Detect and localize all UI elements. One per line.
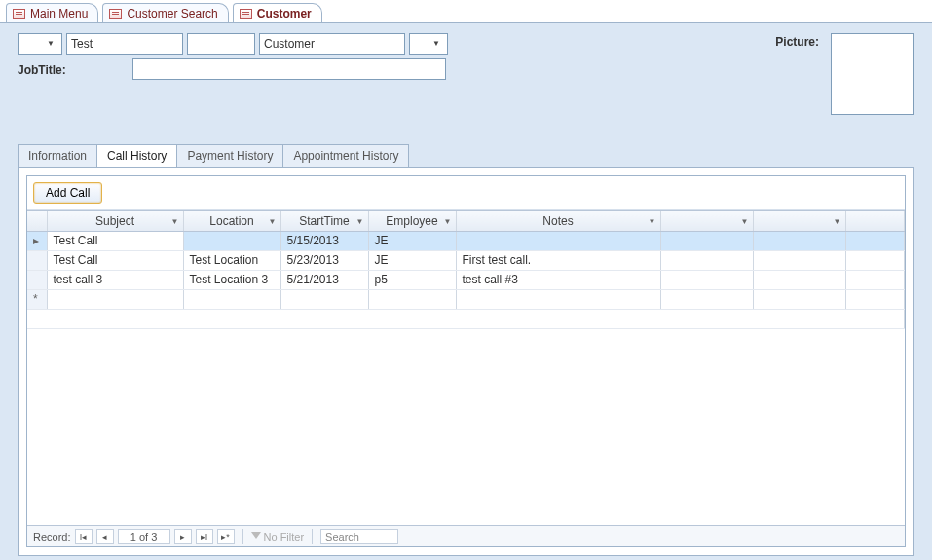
suffix-combo[interactable]: ▼ — [409, 33, 448, 55]
cell-subject[interactable]: Test Call — [47, 250, 183, 270]
select-all-corner[interactable] — [27, 211, 47, 231]
cell-starttime[interactable]: 5/21/2013 — [280, 270, 368, 289]
first-name-value: Test — [71, 37, 93, 51]
cell-location[interactable] — [183, 231, 280, 250]
record-navigator: Record: I◂ ◂ 1 of 3 ▸ ▸I ▸* No Filter Se… — [27, 525, 905, 546]
cell-subject[interactable]: test call 3 — [47, 270, 183, 289]
row-selector[interactable] — [27, 270, 47, 289]
picture-label: Picture: — [775, 33, 823, 49]
new-record-icon[interactable]: * — [27, 289, 47, 309]
col-extra-3[interactable] — [845, 211, 905, 231]
tab-customer-search[interactable]: Customer Search — [102, 3, 228, 22]
detail-tabstrip: Information Call History Payment History… — [18, 144, 914, 167]
chevron-down-icon: ▼ — [649, 216, 656, 225]
cell-starttime[interactable]: 5/23/2013 — [280, 250, 368, 270]
col-employee[interactable]: Employee▼ — [368, 211, 456, 231]
nav-prev-button[interactable]: ◂ — [96, 529, 114, 544]
window-tabstrip: Main Menu Customer Search Customer — [0, 0, 932, 23]
table-row[interactable]: ▸ Test Call 5/15/2013 JE — [27, 231, 905, 250]
chevron-down-icon: ▼ — [269, 216, 277, 225]
chevron-down-icon: ▼ — [741, 216, 749, 225]
col-notes[interactable]: Notes▼ — [456, 211, 660, 231]
form-icon — [240, 9, 252, 19]
chevron-down-icon: ▼ — [444, 216, 452, 225]
cell-location[interactable]: Test Location — [183, 250, 280, 270]
chevron-down-icon: ▼ — [44, 40, 57, 48]
cell-employee[interactable]: JE — [368, 250, 456, 270]
tab-label: Customer Search — [127, 7, 217, 20]
tab-appointment-history[interactable]: Appointment History — [283, 144, 409, 167]
prefix-combo[interactable]: ▼ — [18, 33, 62, 55]
form-icon — [13, 9, 25, 19]
last-name-value: Customer — [264, 37, 315, 51]
tab-call-history[interactable]: Call History — [97, 144, 177, 167]
form-action-bar: Save & Close Save & New Delete Cancel Pr… — [18, 556, 914, 560]
cell-location[interactable]: Test Location 3 — [183, 270, 280, 289]
tab-label: Main Menu — [30, 7, 88, 20]
col-location[interactable]: Location▼ — [183, 211, 280, 231]
tab-payment-history[interactable]: Payment History — [177, 144, 283, 167]
middle-name-input[interactable] — [187, 33, 255, 55]
form-icon — [109, 9, 122, 19]
col-subject[interactable]: Subject▼ — [47, 211, 183, 231]
chevron-down-icon: ▼ — [356, 216, 364, 225]
col-starttime[interactable]: StartTime▼ — [280, 211, 368, 231]
col-extra-2[interactable]: ▼ — [753, 211, 845, 231]
nav-first-button[interactable]: I◂ — [75, 529, 93, 544]
cell-subject[interactable]: Test Call — [47, 231, 183, 250]
new-record-row[interactable]: * — [27, 289, 905, 309]
cell-notes[interactable]: test call #3 — [456, 270, 660, 289]
table-row[interactable]: Test Call Test Location 5/23/2013 JE Fir… — [27, 250, 905, 270]
chevron-down-icon: ▼ — [429, 40, 443, 48]
tab-main-menu[interactable]: Main Menu — [6, 3, 98, 22]
table-row[interactable]: test call 3 Test Location 3 5/21/2013 p5… — [27, 270, 905, 289]
cell-employee[interactable]: p5 — [368, 270, 456, 289]
nav-last-button[interactable]: ▸I — [196, 529, 213, 544]
chevron-down-icon: ▼ — [834, 216, 841, 225]
first-name-input[interactable]: Test — [66, 33, 183, 55]
call-history-panel: Add Call Subject▼ Location▼ StartTime▼ E… — [18, 167, 914, 556]
cell-employee[interactable]: JE — [368, 231, 456, 250]
nav-next-button[interactable]: ▸ — [174, 529, 192, 544]
picture-frame[interactable] — [831, 33, 914, 115]
chevron-down-icon: ▼ — [171, 216, 179, 225]
record-position[interactable]: 1 of 3 — [118, 529, 170, 544]
column-header-row: Subject▼ Location▼ StartTime▼ Employee▼ … — [27, 211, 905, 231]
col-extra-1[interactable]: ▼ — [660, 211, 753, 231]
call-history-datasheet[interactable]: Subject▼ Location▼ StartTime▼ Employee▼ … — [27, 210, 905, 525]
nav-new-button[interactable]: ▸* — [217, 529, 235, 544]
cell-notes[interactable]: First test call. — [456, 250, 660, 270]
row-selector[interactable]: ▸ — [27, 231, 47, 250]
jobtitle-input[interactable] — [132, 58, 446, 80]
cell-notes[interactable] — [456, 231, 660, 250]
customer-form: ▼ Test Customer ▼ JobTitle: — [0, 23, 932, 560]
cell-starttime[interactable]: 5/15/2013 — [280, 231, 368, 250]
filter-indicator[interactable]: No Filter — [251, 531, 305, 542]
tab-customer[interactable]: Customer — [233, 3, 322, 22]
search-input[interactable]: Search — [320, 529, 398, 544]
tab-label: Customer — [257, 7, 312, 20]
tab-information[interactable]: Information — [18, 144, 97, 167]
last-name-input[interactable]: Customer — [259, 33, 405, 55]
jobtitle-label: JobTitle: — [18, 61, 70, 77]
add-call-button[interactable]: Add Call — [33, 182, 102, 204]
record-label: Record: — [33, 531, 71, 542]
funnel-icon — [251, 532, 261, 541]
row-selector[interactable] — [27, 250, 47, 270]
